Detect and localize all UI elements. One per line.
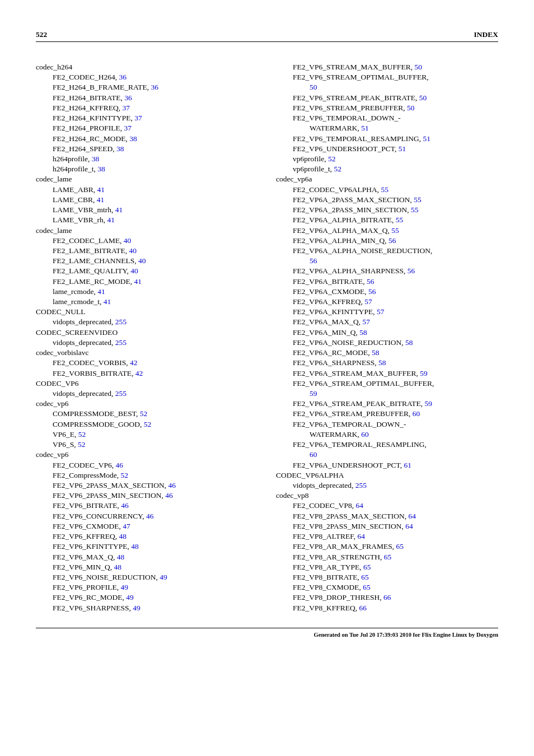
index-page-link[interactable]: 52	[328, 155, 336, 163]
index-page-link[interactable]: 58	[378, 358, 386, 367]
index-page-link[interactable]: 60	[310, 450, 317, 459]
index-entry: FE2_H264_PROFILE, 37	[53, 123, 258, 133]
index-page-link[interactable]: 37	[134, 114, 142, 122]
index-page-link[interactable]: 51	[361, 124, 369, 132]
index-page-link[interactable]: 46	[165, 491, 173, 500]
index-page-link[interactable]: 66	[383, 593, 391, 601]
index-page-link[interactable]: 41	[115, 206, 123, 214]
index-page-link[interactable]: 255	[355, 481, 367, 489]
index-page-link[interactable]: 66	[359, 604, 367, 612]
index-page-link[interactable]: 52	[334, 165, 342, 173]
index-page-link[interactable]: 36	[124, 94, 132, 102]
index-page-link[interactable]: 46	[121, 501, 129, 510]
index-page-link[interactable]: 41	[97, 287, 105, 296]
index-page-link[interactable]: 40	[138, 256, 146, 265]
index-page-link[interactable]: 41	[104, 297, 111, 306]
index-page-link[interactable]: 49	[133, 604, 140, 612]
index-page-link[interactable]: 50	[419, 94, 427, 102]
index-page-link[interactable]: 60	[413, 409, 420, 418]
index-page-link[interactable]: 40	[129, 246, 137, 255]
index-page-link[interactable]: 52	[144, 420, 152, 428]
index-page-link[interactable]: 41	[107, 216, 115, 224]
index-page-link[interactable]: 255	[115, 389, 127, 398]
index-page-link[interactable]: 55	[391, 226, 399, 235]
index-page-link[interactable]: 58	[359, 328, 367, 337]
index-page-link[interactable]: 41	[134, 277, 142, 286]
index-page-link[interactable]: 57	[363, 318, 371, 326]
index-page-link[interactable]: 47	[123, 522, 130, 530]
index-page-link[interactable]: 59	[310, 389, 317, 398]
index-entry: FE2_VP6_2PASS_MAX_SECTION, 46	[53, 480, 258, 491]
index-entry: VP6_S, 52	[53, 440, 258, 450]
index-page-link[interactable]: 56	[368, 287, 376, 296]
index-page-link[interactable]: 40	[130, 267, 138, 275]
index-page-link[interactable]: 56	[367, 277, 374, 286]
index-page-link[interactable]: 41	[97, 185, 105, 194]
index-page-link[interactable]: 56	[388, 236, 396, 245]
index-page-link[interactable]: 52	[78, 440, 86, 449]
index-page-link[interactable]: 55	[396, 216, 404, 224]
index-page-link[interactable]: 65	[363, 563, 371, 571]
index-page-link[interactable]: 49	[121, 583, 129, 591]
index-page-link[interactable]: 50	[310, 83, 317, 91]
index-page-link[interactable]: 58	[405, 338, 413, 347]
index-page-link[interactable]: 59	[420, 369, 428, 377]
index-entry: codec_vp6a	[276, 174, 498, 184]
index-page-link[interactable]: 40	[124, 236, 132, 245]
index-page-link[interactable]: 52	[121, 471, 129, 479]
index-page-link[interactable]: 56	[310, 256, 317, 265]
index-page-link[interactable]: 51	[423, 134, 431, 143]
index-page-link[interactable]: 38	[129, 134, 137, 143]
index-page-link[interactable]: 64	[409, 512, 416, 520]
index-page-link[interactable]: 48	[119, 532, 127, 540]
index-page-link[interactable]: 48	[114, 563, 122, 571]
index-page-link[interactable]: 55	[381, 185, 389, 194]
index-page-link[interactable]: 36	[119, 73, 127, 81]
index-page-link[interactable]: 255	[115, 338, 127, 347]
index-page-link[interactable]: 50	[415, 63, 423, 71]
index-page-link[interactable]: 64	[357, 532, 365, 540]
index-page-link[interactable]: 255	[115, 318, 127, 326]
index-page-link[interactable]: 38	[92, 155, 100, 163]
index-page-link[interactable]: 37	[123, 104, 130, 112]
index-page-link[interactable]: 48	[131, 542, 139, 550]
index-entry: codec_vorbislavc	[36, 348, 258, 358]
index-page-link[interactable]: 36	[151, 83, 159, 91]
index-page-link[interactable]: 65	[361, 573, 369, 581]
index-entry-text: FE2_VP6A_STREAM_PEAK_BITRATE,	[293, 399, 425, 408]
index-page-link[interactable]: 38	[116, 144, 124, 153]
index-page-link[interactable]: 42	[130, 358, 138, 367]
index-page-link[interactable]: 51	[399, 144, 406, 153]
index-page-link[interactable]: 55	[411, 206, 419, 214]
index-page-link[interactable]: 52	[140, 409, 148, 418]
index-page-link[interactable]: 59	[425, 399, 433, 408]
index-page-link[interactable]: 65	[396, 542, 404, 550]
index-page-link[interactable]: 58	[372, 348, 380, 357]
index-page-link[interactable]: 52	[78, 430, 86, 438]
index-entry-text: lame_rcmode_t,	[53, 297, 104, 306]
index-page-link[interactable]: 64	[405, 522, 413, 530]
index-page-link[interactable]: 65	[384, 553, 392, 561]
index-entry: FE2_VP6A_BITRATE, 56	[293, 277, 498, 287]
index-page-link[interactable]: 46	[116, 461, 124, 469]
index-entry: FE2_VP6_TEMPORAL_DOWN_-	[293, 113, 498, 123]
index-page-link[interactable]: 55	[414, 195, 421, 204]
index-page-link[interactable]: 37	[124, 124, 132, 132]
index-page-link[interactable]: 65	[363, 583, 371, 591]
index-page-link[interactable]: 60	[361, 430, 369, 438]
index-page-link[interactable]: 50	[407, 104, 415, 112]
index-page-link[interactable]: 57	[377, 307, 385, 316]
index-page-link[interactable]: 42	[135, 369, 143, 377]
index-page-link[interactable]: 49	[160, 573, 167, 581]
index-page-link[interactable]: 61	[404, 461, 412, 469]
index-page-link[interactable]: 38	[97, 165, 105, 173]
index-page-link[interactable]: 48	[117, 553, 125, 561]
index-page-link[interactable]: 64	[356, 501, 364, 510]
index-page-link[interactable]: 49	[126, 593, 134, 601]
index-page-link[interactable]: 57	[364, 297, 372, 306]
index-page-link[interactable]: 46	[168, 481, 176, 489]
index-page-link[interactable]: 41	[97, 195, 105, 204]
index-page-link[interactable]: 56	[407, 267, 415, 275]
index-page-link[interactable]: 46	[146, 512, 154, 520]
index-entry-text: FE2_LAME_BITRATE,	[53, 246, 129, 255]
